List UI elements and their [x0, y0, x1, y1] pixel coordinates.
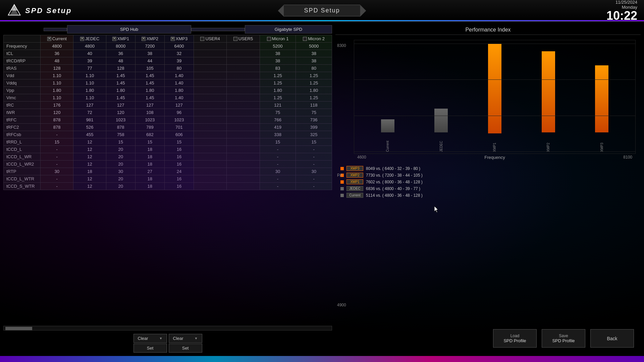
col-header-jedec[interactable]: JEDEC	[73, 35, 106, 43]
cell-xmp2: 38	[135, 50, 164, 57]
cell-micron1: 121	[260, 102, 296, 109]
table-row: tCCD_L_WR-12201816--	[4, 153, 332, 161]
cell-user5	[227, 161, 260, 168]
save-btn-title: Save	[552, 334, 575, 338]
bar-group-current: Current	[361, 44, 415, 152]
cell-micron1: 1.25	[260, 94, 296, 102]
cell-xmp1: 20	[106, 175, 135, 183]
cell-jedec: 1.10	[73, 79, 106, 87]
cell-user5	[227, 131, 260, 138]
back-button[interactable]: Back	[590, 329, 634, 348]
bottom-controls: Clear ▼ Set Clear ▼ Set	[3, 334, 332, 353]
cell-jedec: 12	[73, 183, 106, 190]
table-row: Frequency4800480080007200640052005000	[4, 43, 332, 50]
cell-current: 48	[41, 57, 73, 65]
col-header-current[interactable]: Current	[41, 35, 73, 43]
cell-current: 36	[41, 50, 73, 57]
cell-xmp1: 15	[106, 138, 135, 146]
cell-label: tRC	[4, 102, 41, 109]
col-header-xmp3[interactable]: XMP3	[164, 35, 194, 43]
set-button-1[interactable]: Set	[133, 344, 167, 353]
table-row: tRC176127127127127121118	[4, 102, 332, 109]
cell-user4	[194, 109, 226, 116]
cell-current: 120	[41, 109, 73, 116]
cell-user5	[227, 87, 260, 94]
clear-dropdown-2[interactable]: Clear ▼	[169, 334, 202, 343]
cell-xmp3: 39	[164, 57, 194, 65]
scroll-thumb[interactable]	[5, 327, 32, 330]
cell-xmp1: 20	[106, 161, 135, 168]
cell-user4	[194, 161, 226, 168]
cell-user5	[227, 72, 260, 79]
current-checkbox[interactable]	[47, 37, 51, 41]
xmp1-checkbox[interactable]	[112, 37, 116, 41]
cell-current: -	[41, 153, 73, 161]
table-row: Vimc1.101.101.451.451.401.251.25	[4, 94, 332, 102]
cell-user5	[227, 94, 260, 102]
user5-checkbox[interactable]	[233, 37, 237, 41]
col-header-micron1[interactable]: Micron 1	[260, 35, 296, 43]
cell-xmp2: 18	[135, 153, 164, 161]
load-spd-profile-button[interactable]: Load SPD Profile	[493, 329, 537, 348]
cell-user4	[194, 175, 226, 183]
cell-jedec: 1.80	[73, 87, 106, 94]
cell-micron2: 736	[296, 116, 332, 124]
user4-checkbox[interactable]	[200, 37, 204, 41]
table-row: tRFC2878526878789701419399	[4, 124, 332, 131]
xmp2-checkbox[interactable]	[142, 37, 146, 41]
cell-micron1: 75	[260, 109, 296, 116]
bar-group-xmp2: XMP2	[522, 44, 575, 152]
cell-user5	[227, 183, 260, 190]
legend-xmp2: XMP2 7730 vs. ( 7200 - 38 - 44 - 105 )	[340, 173, 639, 178]
cell-xmp1: 20	[106, 146, 135, 153]
cell-user4	[194, 102, 226, 109]
legend-current: Current 5114 vs. ( 4800 - 36 - 48 - 128 …	[340, 193, 639, 198]
cell-micron2: 5000	[296, 43, 332, 50]
cell-micron1: 38	[260, 50, 296, 57]
col-header-user4[interactable]: USER4	[194, 35, 226, 43]
col-header-micron2[interactable]: Micron 2	[296, 35, 332, 43]
cell-micron1: 1.80	[260, 87, 296, 94]
legend-text-xmp1: 7602 vs. ( 8000 - 36 - 48 - 128 )	[366, 180, 423, 184]
title-deco-right	[360, 5, 366, 17]
title-area: SPD Setup	[278, 5, 366, 17]
dropdown-arrow-2: ▼	[195, 337, 198, 340]
dropdown-group-1: Clear ▼ Set	[133, 334, 167, 353]
cell-xmp1: 1023	[106, 116, 135, 124]
cell-xmp1: 878	[106, 124, 135, 131]
save-spd-profile-button[interactable]: Save SPD Profile	[542, 329, 585, 348]
set-button-2[interactable]: Set	[169, 344, 202, 353]
legend-area: XMP3 8049 vs. ( 6400 - 32 - 39 - 80 ) XM…	[340, 163, 639, 201]
cell-user4	[194, 57, 226, 65]
cell-jedec: 12	[73, 161, 106, 168]
col-header-user5[interactable]: USER5	[227, 35, 260, 43]
cell-user4	[194, 72, 226, 79]
cell-xmp2: 1.45	[135, 72, 164, 79]
micron2-checkbox[interactable]	[303, 37, 307, 41]
cell-micron1: 338	[260, 131, 296, 138]
cell-micron2: 399	[296, 124, 332, 131]
cell-micron1: 30	[260, 168, 296, 175]
cell-micron1: 15	[260, 138, 296, 146]
spd-table-wrapper: Current JEDEC XMP1	[3, 35, 332, 324]
cell-user5	[227, 168, 260, 175]
user-header-spacer	[191, 28, 245, 31]
micron1-checkbox[interactable]	[267, 37, 271, 41]
horizontal-scrollbar[interactable]	[3, 326, 332, 330]
col-header-xmp1[interactable]: XMP1	[106, 35, 135, 43]
header: SPD Setup SPD Setup 11/25/2024 Monday 10…	[0, 0, 644, 22]
xmp3-checkbox[interactable]	[171, 37, 175, 41]
cell-xmp2: 1.45	[135, 79, 164, 87]
bar-xmp3	[595, 65, 608, 132]
cell-micron2: 15	[296, 138, 332, 146]
col-header-xmp2[interactable]: XMP2	[135, 35, 164, 43]
spd-table: Current JEDEC XMP1	[3, 35, 332, 190]
jedec-checkbox[interactable]	[80, 37, 84, 41]
cell-xmp2: 15	[135, 138, 164, 146]
main-content: SPD Hub Gigabyte SPD Current	[0, 22, 644, 356]
clear-dropdown-1[interactable]: Clear ▼	[133, 334, 167, 343]
cell-jedec: 12	[73, 138, 106, 146]
cell-micron2: -	[296, 153, 332, 161]
legend-tag-xmp1: XMP1	[346, 179, 363, 184]
cell-xmp3: 16	[164, 183, 194, 190]
